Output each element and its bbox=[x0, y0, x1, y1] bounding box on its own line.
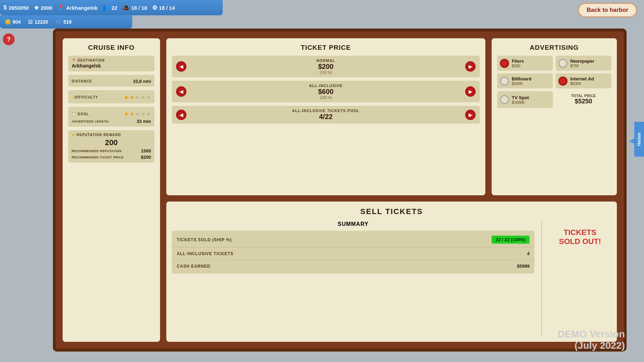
reputation-display: ★ 2000 bbox=[34, 4, 52, 11]
recommended-reputation-row: RECOMMENDED REPUTATION 1500 bbox=[72, 148, 151, 154]
advertising-grid: Fliers $250 Newspaper $750 Billboard $20… bbox=[497, 56, 611, 108]
ad-fliers[interactable]: Fliers $250 bbox=[497, 56, 553, 71]
pool-ticket-center: ALL-INCLUSIVE TICKETS POOL 4/22 bbox=[186, 109, 465, 121]
demo-watermark: DEMO Version (July 2022) bbox=[558, 328, 625, 352]
allinclusive-price-decrease-button[interactable]: ◀ bbox=[176, 86, 186, 97]
location-icon: 📍 bbox=[57, 4, 64, 11]
advertising-panel: ADVERTISING Fliers $250 Newspaper $750 bbox=[492, 38, 617, 195]
ad-newspaper-radio[interactable] bbox=[558, 59, 567, 68]
summary-table: TICKETS SOLD (SHIP %) 22 / 22 (100%) ALL… bbox=[172, 231, 534, 274]
stat3-display: 🛒 519 bbox=[56, 19, 71, 25]
difficulty-label: ! DIFFICULTY bbox=[72, 95, 98, 99]
divider bbox=[541, 221, 542, 336]
recommended-price-row: RECOMMENDED TICKET PRICE $200 bbox=[72, 155, 151, 160]
goal-row: 📋 GOAL ★ ★ ★ ★ ★ ADVERTISED LENGTH 33 mi… bbox=[68, 107, 154, 127]
cruise-info-title: CRUISE INFO bbox=[68, 44, 154, 52]
stat2-icon: ☑ bbox=[28, 19, 33, 25]
summary-label: SUMMARY bbox=[172, 221, 534, 227]
ad-tvspot[interactable]: TV Spot $10000 bbox=[497, 91, 553, 108]
star-filled-icon: ★ bbox=[72, 133, 75, 137]
reputation-reward-row: ★ REPUTATION REWARD 200 RECOMMENDED REPU… bbox=[68, 130, 154, 163]
normal-price-decrease-button[interactable]: ◀ bbox=[176, 61, 186, 72]
stat1-icon: 😊 bbox=[5, 19, 11, 25]
reputation-reward-label: ★ REPUTATION REWARD bbox=[72, 133, 151, 137]
ad-billboard-radio[interactable] bbox=[500, 77, 509, 86]
reputation-reward-value: 200 bbox=[72, 138, 151, 147]
normal-ticket-center: NORMAL $200 (100 %) bbox=[186, 58, 465, 74]
sell-tickets-panel: SELL TICKETS SUMMARY TICKETS SOLD (SHIP … bbox=[166, 202, 617, 342]
goal-label: 📋 GOAL bbox=[72, 112, 89, 116]
ad-total: TOTAL PRICE $5250 bbox=[556, 91, 611, 108]
cash-earned-row: CASH EARNED $5999 bbox=[172, 260, 534, 272]
back-to-harbor-button[interactable]: Back to harbor bbox=[578, 3, 637, 17]
goal-stars: ★ ★ ★ ★ ★ bbox=[124, 111, 151, 117]
ad-tvspot-radio[interactable] bbox=[500, 95, 509, 104]
star-icon: ★ bbox=[34, 4, 39, 11]
distance-label: DISTANCE bbox=[72, 79, 92, 83]
normal-price-increase-button[interactable]: ▶ bbox=[465, 61, 476, 72]
stat2-display: ☑ 12220 bbox=[28, 19, 48, 25]
capacity-icon: 🎩 bbox=[122, 4, 129, 11]
settings-display: ⚙ 18 / 14 bbox=[152, 4, 175, 11]
sell-summary-section: SUMMARY TICKETS SOLD (SHIP %) 22 / 22 (1… bbox=[172, 221, 534, 336]
ad-internet-radio[interactable] bbox=[558, 77, 567, 86]
advertising-title: ADVERTISING bbox=[497, 44, 611, 52]
difficulty-row: ! DIFFICULTY ★ ★ ★ ★ ★ bbox=[68, 90, 154, 103]
capacity-display: 🎩 18 / 18 bbox=[122, 4, 147, 11]
pool-ticket-row: ◀ ALL-INCLUSIVE TICKETS POOL 4/22 ▶ bbox=[172, 106, 480, 124]
money-display: $ 3953050 bbox=[3, 4, 29, 11]
sub-bar: 😊 904 ☑ 12220 🛒 519 bbox=[0, 15, 132, 29]
destination-label: 📍 DESTINATION bbox=[72, 58, 151, 62]
gear-icon: ⚙ bbox=[152, 4, 157, 11]
destination-value: Arkhangelsk bbox=[72, 63, 151, 69]
ad-billboard[interactable]: Billboard $2000 bbox=[497, 73, 553, 88]
allinclusive-price-increase-button[interactable]: ▶ bbox=[465, 86, 476, 97]
cruise-info-panel: CRUISE INFO 📍 DESTINATION Arkhangelsk DI… bbox=[63, 38, 160, 342]
allinclusive-tickets-row: ALL-INCLUSIVE TICKETS 4 bbox=[172, 247, 534, 260]
normal-ticket-row: ◀ NORMAL $200 (100 %) ▶ bbox=[172, 56, 480, 77]
ad-internet[interactable]: Internet Ad $5000 bbox=[556, 73, 611, 88]
sell-tickets-title: SELL TICKETS bbox=[172, 207, 611, 216]
location-display: 📍 Arkhangelsk bbox=[57, 4, 97, 11]
advertised-length-label: ADVERTISED LENGTH bbox=[72, 120, 109, 123]
allinclusive-ticket-center: ALL-INCLUSIVE $600 (100 %) bbox=[186, 84, 465, 100]
sold-out-section: TICKETS SOLD OUT! bbox=[549, 221, 611, 336]
ticket-price-panel: TICKET PRICE ◀ NORMAL $200 (100 %) ▶ ◀ A… bbox=[166, 38, 485, 195]
top-bar: $ 3953050 ★ 2000 📍 Arkhangelsk 👥 22 🎩 18… bbox=[0, 0, 223, 15]
harbor-arrow-icon: ◀ bbox=[629, 136, 634, 145]
pool-decrease-button[interactable]: ◀ bbox=[176, 110, 186, 120]
ad-fliers-radio[interactable] bbox=[500, 59, 509, 68]
ticket-price-title: TICKET PRICE bbox=[172, 44, 480, 52]
allinclusive-ticket-row: ◀ ALL-INCLUSIVE $600 (100 %) ▶ bbox=[172, 81, 480, 102]
help-button[interactable]: ? bbox=[3, 33, 15, 45]
destination-icon: 📍 bbox=[72, 58, 76, 62]
crew-display: 👥 22 bbox=[102, 4, 117, 11]
goal-icon: 📋 bbox=[72, 112, 76, 116]
money-icon: $ bbox=[3, 4, 7, 11]
difficulty-stars: ★ ★ ★ ★ ★ bbox=[124, 94, 151, 101]
sell-tickets-content: SUMMARY TICKETS SOLD (SHIP %) 22 / 22 (1… bbox=[172, 221, 611, 336]
crew-icon: 👥 bbox=[102, 4, 110, 11]
destination-row: 📍 DESTINATION Arkhangelsk bbox=[68, 56, 154, 71]
tickets-sold-bar: 22 / 22 (100%) bbox=[492, 236, 530, 244]
ad-newspaper[interactable]: Newspaper $750 bbox=[556, 56, 611, 71]
harbor-tab[interactable]: Harbor bbox=[634, 122, 644, 157]
stat3-icon: 🛒 bbox=[56, 19, 62, 25]
difficulty-icon: ! bbox=[72, 95, 73, 99]
distance-value: 10,8 nmi bbox=[133, 79, 151, 84]
tickets-sold-row: TICKETS SOLD (SHIP %) 22 / 22 (100%) bbox=[172, 232, 534, 247]
main-board: CRUISE INFO 📍 DESTINATION Arkhangelsk DI… bbox=[53, 29, 627, 352]
advertised-length-value: 33 min bbox=[137, 119, 151, 124]
stat1-display: 😊 904 bbox=[5, 19, 21, 25]
distance-row: DISTANCE 10,8 nmi bbox=[68, 75, 154, 87]
sold-out-text: TICKETS SOLD OUT! bbox=[559, 228, 601, 246]
pool-increase-button[interactable]: ▶ bbox=[465, 110, 476, 120]
